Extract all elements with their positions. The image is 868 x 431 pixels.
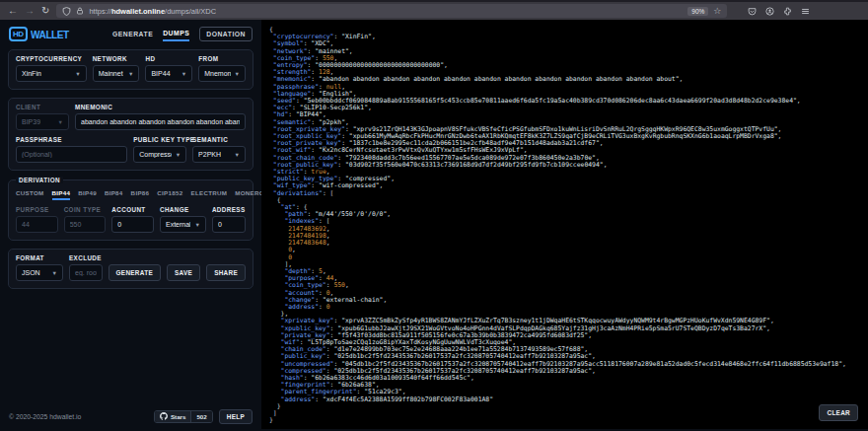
tab-generate[interactable]: GENERATE <box>112 28 153 40</box>
network-label: NETWORK <box>93 55 140 62</box>
hdwallet-logo[interactable]: HD WALLET <box>9 27 72 41</box>
clear-button[interactable]: CLEAR <box>819 404 858 421</box>
bookmark-star-icon[interactable]: ☆ <box>713 6 721 16</box>
reload-icon[interactable]: ↻ <box>41 6 49 16</box>
lock-icon[interactable] <box>76 7 84 15</box>
address-input[interactable] <box>218 221 240 228</box>
extensions-icon[interactable] <box>783 7 792 16</box>
help-button[interactable]: HELP <box>219 409 253 424</box>
change-field: CHANGE External▼ <box>160 206 206 233</box>
coin-type-label: COIN TYPE <box>64 206 107 213</box>
output-panel: { "cryptocurrency": "XinFin", "symbol": … <box>261 20 868 429</box>
from-field: FROM Mnemonic▼ <box>198 55 246 82</box>
generate-button[interactable]: GENERATE <box>108 264 161 281</box>
derivation-tab-bip44[interactable]: BIP44 <box>52 189 71 200</box>
derivation-tabs: CUSTOM BIP44 BIP49 BIP84 BIP86 CIP1852 E… <box>16 189 246 200</box>
account-input[interactable] <box>117 221 148 228</box>
purpose-input <box>22 221 52 228</box>
chevron-down-icon: ▼ <box>75 71 80 77</box>
format-label: FORMAT <box>16 254 63 261</box>
network-select[interactable]: Mainnet▼ <box>93 65 140 82</box>
chevron-down-icon: ▼ <box>181 71 186 77</box>
json-output: { "cryptocurrency": "XinFin", "symbol": … <box>269 27 868 429</box>
derivation-tab-custom[interactable]: CUSTOM <box>16 189 44 200</box>
mnemonic-input[interactable] <box>81 118 240 125</box>
semantic-label: SEMANTIC <box>192 136 246 143</box>
github-icon <box>160 412 168 420</box>
change-select[interactable]: External▼ <box>160 216 206 233</box>
change-label: CHANGE <box>160 206 206 213</box>
shield-icon[interactable] <box>62 7 71 16</box>
public-key-type-field: PUBLIC KEY TYPE Compressed▼ <box>133 136 186 163</box>
exclude-field: EXCLUDE <box>69 254 103 281</box>
mnemonic-label: MNEMONIC <box>75 104 246 110</box>
address-label: ADDRESS <box>212 206 246 213</box>
derivation-group: DERIVATION CUSTOM BIP44 BIP49 BIP84 BIP8… <box>8 180 253 241</box>
menu-icon[interactable] <box>801 7 810 16</box>
tab-donation[interactable]: DONATION <box>199 27 253 41</box>
hd-field: HD BIP44▼ <box>145 55 192 82</box>
chevron-down-icon: ▼ <box>235 152 240 158</box>
public-key-type-select[interactable]: Compressed▼ <box>133 146 186 163</box>
coin-settings-group: CRYPTOCURRENCY XinFin▼ NETWORK Mainnet▼ … <box>8 49 253 90</box>
derivation-tab-monero[interactable]: MONERO <box>235 189 264 200</box>
semantic-field: SEMANTIC P2PKH▼ <box>192 136 246 163</box>
exclude-label: EXCLUDE <box>69 254 103 261</box>
logo-text: WALLET <box>31 29 69 40</box>
client-select: BIP39▼ <box>16 113 69 130</box>
coin-type-field: COIN TYPE <box>64 206 107 233</box>
save-button[interactable]: SAVE <box>167 264 200 281</box>
chevron-down-icon: ▼ <box>128 71 133 77</box>
back-icon[interactable]: ← <box>8 6 18 16</box>
client-label: CLIENT <box>16 104 69 110</box>
passphrase-field: PASSPHRASE <box>16 136 127 163</box>
hd-label: HD <box>145 55 192 62</box>
account-icon[interactable] <box>765 7 774 16</box>
from-label: FROM <box>198 55 246 62</box>
format-group: FORMAT JSON▼ EXCLUDE GENERATE SAVE SHARE <box>8 249 253 289</box>
url-bar[interactable]: https://hdwallet.online/dumps/all/XDC 90… <box>56 4 727 18</box>
stars-label: Stars <box>171 413 185 420</box>
client-field: CLIENT BIP39▼ <box>16 104 69 130</box>
derivation-tab-bip86[interactable]: BIP86 <box>131 189 150 200</box>
derivation-legend: DERIVATION <box>16 177 63 183</box>
from-select[interactable]: Mnemonic▼ <box>198 65 246 82</box>
cryptocurrency-select[interactable]: XinFin▼ <box>16 65 87 82</box>
public-key-type-label: PUBLIC KEY TYPE <box>133 136 186 143</box>
purpose-label: PURPOSE <box>16 206 58 213</box>
copyright-text: © 2020-2025 hdwallet.io <box>9 413 81 420</box>
chevron-down-icon: ▼ <box>235 71 240 77</box>
mnemonic-group: CLIENT BIP39▼ MNEMONIC PASSPHRASE PUBLIC… <box>8 98 253 171</box>
derivation-tab-cip1852[interactable]: CIP1852 <box>157 189 182 200</box>
zoom-level-badge[interactable]: 90% <box>687 7 708 16</box>
chevron-down-icon: ▼ <box>194 222 199 228</box>
share-button[interactable]: SHARE <box>206 264 246 281</box>
network-field: NETWORK Mainnet▼ <box>93 55 140 82</box>
cryptocurrency-label: CRYPTOCURRENCY <box>16 55 87 62</box>
account-field: ACCOUNT <box>111 206 154 233</box>
hd-select[interactable]: BIP44▼ <box>145 65 192 82</box>
semantic-select[interactable]: P2PKH▼ <box>192 146 246 163</box>
browser-actions <box>748 7 810 16</box>
github-stars-badge[interactable]: Stars 502 <box>154 410 213 423</box>
chevron-down-icon: ▼ <box>58 119 63 125</box>
address-field: ADDRESS <box>212 206 246 233</box>
cryptocurrency-field: CRYPTOCURRENCY XinFin▼ <box>16 55 87 82</box>
passphrase-input[interactable] <box>22 151 121 158</box>
main-tabs: GENERATE DUMPS DONATION <box>112 27 253 41</box>
pocket-icon[interactable] <box>748 7 757 16</box>
coin-type-input <box>70 221 101 228</box>
control-panel: HD WALLET GENERATE DUMPS DONATION CRYPTO… <box>0 20 261 429</box>
url-text: https://hdwallet.online/dumps/all/XDC <box>89 7 216 16</box>
derivation-tab-bip49[interactable]: BIP49 <box>78 189 97 200</box>
derivation-tab-bip84[interactable]: BIP84 <box>105 189 123 200</box>
logo-hd-icon: HD <box>9 27 28 41</box>
forward-icon[interactable]: → <box>25 6 35 16</box>
browser-toolbar: ← → ↻ https://hdwallet.online/dumps/all/… <box>0 0 868 20</box>
exclude-input[interactable] <box>75 269 97 276</box>
format-field: FORMAT JSON▼ <box>16 254 63 281</box>
tab-dumps[interactable]: DUMPS <box>163 27 189 41</box>
derivation-tab-electrum[interactable]: ELECTRUM <box>191 189 228 200</box>
account-label: ACCOUNT <box>111 206 154 213</box>
format-select[interactable]: JSON▼ <box>16 264 63 281</box>
